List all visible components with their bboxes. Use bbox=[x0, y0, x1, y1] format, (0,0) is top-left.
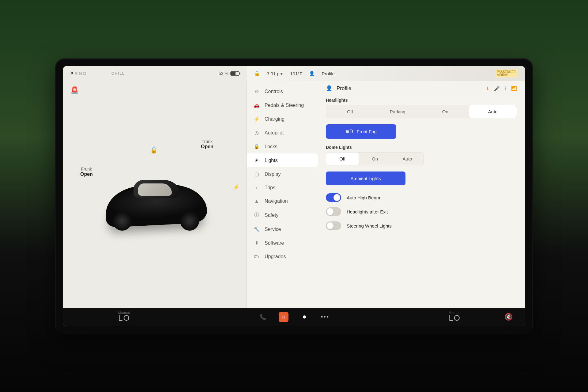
ambient-lights-button[interactable]: Ambient Lights bbox=[326, 172, 405, 185]
dome-section: Dome Lights OffOnAuto bbox=[326, 145, 517, 165]
dashcam-app-icon[interactable]: ⫴⫴ bbox=[279, 312, 288, 322]
profile-icon[interactable]: 👤 bbox=[309, 71, 315, 76]
switch[interactable] bbox=[326, 193, 341, 202]
menu-label: Charging bbox=[265, 116, 285, 122]
menu-item-locks[interactable]: 🔒Locks bbox=[247, 140, 318, 153]
menu-label: Navigation bbox=[265, 198, 288, 204]
profile-icon: 👤 bbox=[326, 85, 332, 92]
menu-icon: 🛍 bbox=[254, 254, 260, 259]
menu-label: Upgrades bbox=[265, 254, 286, 259]
headlights-segmented: OffParkingOnAuto bbox=[326, 105, 517, 118]
battery-icon bbox=[230, 71, 239, 76]
toggle-auto-high-beam: Auto High Beam bbox=[326, 193, 517, 202]
bottom-dock: Manual LO 📞 ⫴⫴ ••• Manual LO 🔇 bbox=[63, 308, 525, 326]
menu-item-service[interactable]: 🔧Service bbox=[247, 222, 318, 236]
dome-option-off[interactable]: Off bbox=[326, 153, 359, 165]
driver-climate[interactable]: Manual LO bbox=[118, 311, 130, 323]
status-bar-left: PRND CHILL 53 % bbox=[63, 66, 247, 81]
menu-item-safety[interactable]: ⓘSafety bbox=[247, 208, 318, 222]
headlights-option-auto[interactable]: Auto bbox=[469, 105, 517, 118]
menu-label: Service bbox=[265, 227, 281, 232]
menu-icon: ◎ bbox=[254, 130, 260, 136]
headlights-label: Headlights bbox=[326, 98, 517, 103]
menu-icon: ⚡ bbox=[254, 116, 260, 122]
app-launcher-icon[interactable]: ••• bbox=[320, 312, 330, 322]
menu-item-upgrades[interactable]: 🛍Upgrades bbox=[247, 250, 318, 263]
profile-label[interactable]: Profile bbox=[322, 71, 335, 76]
battery-status[interactable]: 53 % bbox=[219, 71, 239, 76]
settings-panel: ⊘Controls🚗Pedals & Steering⚡Charging◎Aut… bbox=[247, 81, 525, 308]
phone-app-icon[interactable]: 📞 bbox=[258, 312, 268, 322]
passenger-climate[interactable]: Manual LO bbox=[449, 311, 461, 323]
toggle-steering-wheel-lights: Steering Wheel Lights bbox=[326, 221, 517, 230]
mic-icon[interactable]: 🎤 bbox=[494, 86, 500, 91]
prnd-indicator: PRND bbox=[70, 71, 88, 76]
menu-icon: ⊘ bbox=[254, 89, 260, 94]
switch[interactable] bbox=[326, 221, 341, 230]
vehicle-render[interactable] bbox=[63, 81, 247, 308]
menu-icon: ▢ bbox=[254, 171, 260, 177]
headlights-option-on[interactable]: On bbox=[421, 105, 469, 118]
headlights-option-parking[interactable]: Parking bbox=[374, 105, 422, 118]
lock-status-icon[interactable]: 🔓 bbox=[254, 71, 260, 76]
dome-label: Dome Lights bbox=[326, 145, 517, 150]
menu-item-charging[interactable]: ⚡Charging bbox=[247, 112, 318, 126]
menu-label: Display bbox=[265, 172, 281, 177]
toggle-headlights-after-exit: Headlights after Exit bbox=[326, 207, 517, 216]
menu-icon: ☀ bbox=[254, 157, 260, 163]
menu-item-software[interactable]: ⬇Software bbox=[247, 236, 318, 250]
menu-item-trips[interactable]: ⟟Trips bbox=[247, 181, 318, 194]
headlights-option-off[interactable]: Off bbox=[326, 105, 374, 118]
lights-content: 👤 Profile ⬇ 🎤 ᚼ 📶 Headlights OffParkingO… bbox=[320, 81, 525, 308]
menu-label: Safety bbox=[265, 213, 278, 218]
menu-item-controls[interactable]: ⊘Controls bbox=[247, 85, 318, 98]
menu-icon: 🔒 bbox=[254, 144, 260, 149]
toggle-list: Auto High BeamHeadlights after ExitSteer… bbox=[326, 193, 517, 230]
menu-icon: ⟟ bbox=[254, 185, 260, 190]
profile-heading[interactable]: Profile bbox=[337, 85, 351, 92]
vehicle-panel: 🚨 Frunk Open Trunk Open 🔓 ⚡ bbox=[63, 81, 247, 308]
menu-label: Controls bbox=[265, 89, 283, 94]
menu-item-pedals-steering[interactable]: 🚗Pedals & Steering bbox=[247, 98, 318, 112]
settings-menu: ⊘Controls🚗Pedals & Steering⚡Charging◎Aut… bbox=[247, 81, 320, 308]
drive-mode-label: CHILL bbox=[111, 71, 125, 76]
menu-item-navigation[interactable]: ▲Navigation bbox=[247, 194, 318, 208]
dome-option-on[interactable]: On bbox=[359, 153, 391, 165]
menu-item-autopilot[interactable]: ◎Autopilot bbox=[247, 126, 318, 140]
lte-signal-icon[interactable]: 📶 bbox=[511, 86, 517, 91]
fog-light-icon: ≋D bbox=[345, 129, 353, 134]
record-indicator-icon[interactable] bbox=[300, 312, 309, 322]
screen: PRND CHILL 53 % 🔓 3:01 pm 101°F 👤 Profil… bbox=[63, 66, 525, 326]
menu-icon: 🚗 bbox=[254, 102, 260, 108]
download-icon[interactable]: ⬇ bbox=[486, 86, 490, 91]
dome-option-auto[interactable]: Auto bbox=[391, 153, 424, 165]
headlights-section: Headlights OffParkingOnAuto bbox=[326, 98, 517, 118]
menu-label: Autopilot bbox=[265, 130, 284, 136]
menu-label: Locks bbox=[265, 144, 277, 149]
clock: 3:01 pm bbox=[267, 71, 283, 76]
menu-icon: ⓘ bbox=[254, 212, 260, 218]
dome-segmented: OffOnAuto bbox=[326, 152, 424, 165]
menu-label: Trips bbox=[265, 185, 275, 190]
toggle-label: Headlights after Exit bbox=[347, 209, 388, 214]
outside-temp: 101°F bbox=[290, 71, 302, 76]
tablet-bezel: PRND CHILL 53 % 🔓 3:01 pm 101°F 👤 Profil… bbox=[55, 58, 533, 334]
menu-icon: 🔧 bbox=[254, 226, 260, 232]
menu-icon: ▲ bbox=[254, 198, 260, 204]
profile-row: 👤 Profile ⬇ 🎤 ᚼ 📶 bbox=[326, 85, 517, 92]
status-bar-right: 🔓 3:01 pm 101°F 👤 Profile PASSENGERAIRBA… bbox=[247, 66, 525, 81]
menu-item-lights[interactable]: ☀Lights bbox=[247, 153, 318, 167]
passenger-airbag-chip: PASSENGERAIRBAG bbox=[495, 70, 518, 77]
volume-mute-icon[interactable]: 🔇 bbox=[504, 313, 513, 321]
menu-label: Lights bbox=[265, 158, 278, 163]
menu-label: Software bbox=[265, 240, 284, 246]
toggle-label: Auto High Beam bbox=[347, 195, 380, 200]
bluetooth-icon[interactable]: ᚼ bbox=[504, 86, 507, 91]
menu-label: Pedals & Steering bbox=[265, 103, 304, 108]
switch[interactable] bbox=[326, 207, 341, 216]
front-fog-button[interactable]: ≋D Front Fog bbox=[326, 124, 396, 139]
menu-item-display[interactable]: ▢Display bbox=[247, 167, 318, 181]
toggle-label: Steering Wheel Lights bbox=[347, 223, 392, 228]
menu-icon: ⬇ bbox=[254, 240, 260, 246]
